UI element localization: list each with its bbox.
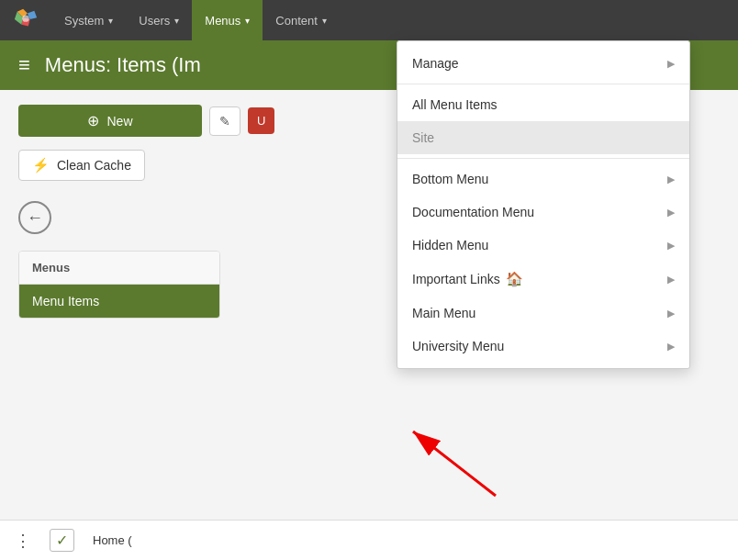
- dropdown-item-all-menu-items[interactable]: All Menu Items: [397, 88, 689, 121]
- back-button[interactable]: ←: [18, 201, 51, 234]
- nav-users-arrow: ▾: [174, 16, 179, 26]
- clean-cache-button[interactable]: ⚡ Clean Cache: [18, 150, 145, 181]
- clean-cache-label: Clean Cache: [57, 158, 131, 173]
- dropdown-item-important-links[interactable]: Important Links 🏠 ▶: [397, 262, 689, 297]
- dropdown-item-university-menu[interactable]: University Menu ▶: [397, 330, 689, 363]
- dropdown-important-links-label: Important Links 🏠: [412, 271, 523, 287]
- sidebar-item-menu-items[interactable]: Menu Items: [19, 285, 219, 318]
- bottom-row: ⋮ ✓ Home (: [0, 520, 738, 560]
- dropdown-item-main-menu[interactable]: Main Menu ▶: [397, 297, 689, 330]
- dropdown-hidden-menu-label: Hidden Menu: [412, 238, 488, 252]
- dropdown-item-bottom-menu[interactable]: Bottom Menu ▶: [397, 162, 689, 196]
- dropdown-university-menu-arrow: ▶: [667, 341, 675, 353]
- nav-menus-label: Menus: [205, 14, 240, 28]
- svg-point-0: [22, 15, 28, 21]
- sidebar: Menus Menu Items: [18, 251, 220, 319]
- dropdown-item-site[interactable]: Site: [397, 121, 689, 154]
- dropdown-item-hidden-menu[interactable]: Hidden Menu ▶: [397, 229, 689, 262]
- dropdown-bottom-menu-label: Bottom Menu: [412, 172, 488, 186]
- sidebar-header: Menus: [19, 252, 219, 285]
- page-header-icon: ≡: [18, 53, 30, 77]
- new-button-plus-icon: ⊕: [87, 112, 99, 129]
- dropdown-important-links-arrow: ▶: [667, 274, 675, 286]
- dropdown-item-documentation-menu[interactable]: Documentation Menu ▶: [397, 196, 689, 229]
- home-icon: 🏠: [506, 271, 523, 287]
- svg-line-2: [413, 431, 496, 496]
- dropdown-item-manage[interactable]: Manage ▶: [397, 47, 689, 80]
- nav-item-menus[interactable]: Menus ▾: [192, 0, 263, 40]
- top-navigation: System ▾ Users ▾ Menus ▾ Content ▾: [0, 0, 738, 40]
- page-title: Menus: Items (Im: [45, 53, 201, 77]
- bottom-row-dots: ⋮: [15, 531, 31, 551]
- dropdown-manage-label: Manage: [412, 56, 459, 71]
- dropdown-manage-arrow: ▶: [667, 58, 675, 70]
- nav-item-users[interactable]: Users ▾: [126, 0, 192, 40]
- dropdown-bottom-menu-arrow: ▶: [667, 174, 675, 185]
- dropdown-hidden-menu-arrow: ▶: [667, 240, 675, 252]
- nav-menus-arrow: ▾: [245, 16, 250, 26]
- back-arrow-icon: ←: [27, 208, 43, 228]
- nav-item-system[interactable]: System ▾: [51, 0, 126, 40]
- clean-cache-icon: ⚡: [32, 157, 50, 174]
- bottom-row-home: Home (: [93, 533, 132, 547]
- u-button[interactable]: U: [248, 107, 274, 134]
- dropdown-university-menu-label: University Menu: [412, 339, 504, 353]
- nav-system-arrow: ▾: [108, 16, 113, 26]
- dropdown-divider-1: [397, 84, 689, 84]
- joomla-logo[interactable]: [9, 4, 42, 37]
- nav-item-content[interactable]: Content ▾: [263, 0, 340, 40]
- annotation-arrow: [340, 395, 523, 505]
- dropdown-documentation-menu-arrow: ▶: [667, 207, 675, 218]
- nav-content-label: Content: [275, 14, 318, 28]
- sidebar-item-menu-items-label: Menu Items: [32, 294, 99, 308]
- nav-system-label: System: [64, 14, 104, 28]
- u-button-label: U: [257, 114, 265, 128]
- nav-content-arrow: ▾: [322, 16, 327, 26]
- new-button-label: New: [106, 114, 132, 129]
- edit-button[interactable]: ✎: [209, 106, 240, 136]
- dropdown-all-menu-items-label: All Menu Items: [412, 97, 498, 112]
- edit-icon: ✎: [219, 114, 230, 129]
- new-button[interactable]: ⊕ New: [18, 105, 202, 137]
- dropdown-divider-2: [397, 158, 689, 159]
- bottom-row-check: ✓: [50, 529, 74, 552]
- dropdown-documentation-menu-label: Documentation Menu: [412, 205, 534, 219]
- dropdown-site-label: Site: [412, 130, 434, 145]
- menus-dropdown: Manage ▶ All Menu Items Site Bottom Menu…: [397, 40, 690, 369]
- dropdown-main-menu-label: Main Menu: [412, 306, 475, 320]
- nav-users-label: Users: [139, 14, 170, 28]
- dropdown-main-menu-arrow: ▶: [667, 308, 675, 319]
